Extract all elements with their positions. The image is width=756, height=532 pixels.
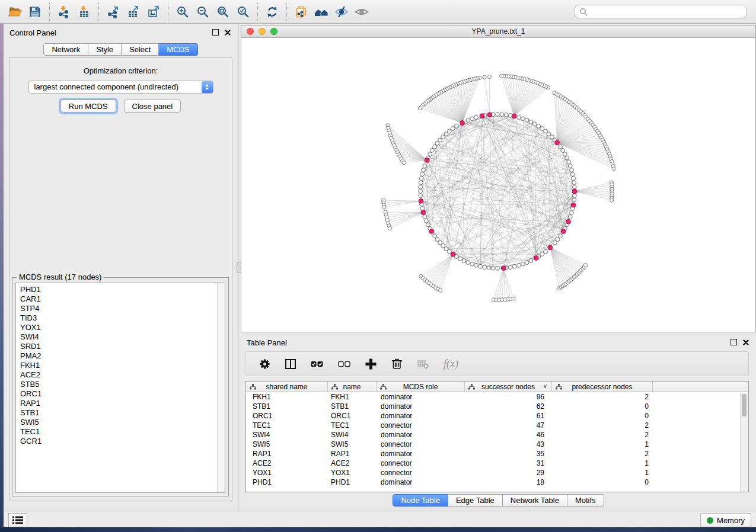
graph-node[interactable]	[570, 172, 575, 177]
optimization-criterion-select[interactable]: largest connected component (undirected)	[28, 81, 213, 94]
table-row[interactable]: RAP1RAP1dominator352	[246, 449, 748, 459]
graph-node[interactable]	[425, 219, 429, 223]
graph-node[interactable]	[474, 264, 479, 268]
zoom-fit-icon[interactable]	[213, 3, 233, 21]
network-canvas[interactable]	[241, 38, 755, 332]
graph-node[interactable]	[529, 120, 533, 124]
graph-hub-node[interactable]	[501, 266, 506, 271]
graph-node[interactable]	[544, 129, 548, 133]
network-graph[interactable]	[241, 38, 755, 332]
table-row[interactable]: FKH1FKH1dominator962	[246, 392, 748, 402]
graph-node[interactable]	[451, 127, 455, 131]
graph-node[interactable]	[382, 206, 386, 209]
hide-graphics-details-icon[interactable]	[331, 3, 352, 21]
table-scrollbar-thumb[interactable]	[742, 394, 747, 416]
graph-node[interactable]	[512, 297, 515, 300]
mcds-result-item[interactable]: TID3	[20, 313, 216, 323]
graph-node[interactable]	[568, 164, 572, 168]
mcds-result-item[interactable]: ACE2	[20, 370, 216, 380]
import-network-icon[interactable]	[54, 3, 74, 21]
mcds-result-item[interactable]: ORC1	[20, 389, 216, 399]
graph-node[interactable]	[525, 118, 529, 123]
close-window-button[interactable]	[247, 28, 254, 35]
graph-hub-node[interactable]	[480, 114, 484, 118]
graph-node[interactable]	[572, 181, 576, 185]
minimize-window-button[interactable]	[259, 28, 266, 35]
graph-node[interactable]	[533, 122, 537, 126]
close-panel-button[interactable]	[225, 30, 231, 36]
refresh-icon[interactable]	[262, 3, 282, 21]
graph-hub-node[interactable]	[566, 219, 571, 224]
graph-node[interactable]	[483, 75, 486, 79]
sort-chevron-icon[interactable]: ∨	[543, 383, 547, 389]
export-image-icon[interactable]	[143, 3, 164, 21]
graph-node[interactable]	[521, 117, 525, 121]
mcds-result-item[interactable]: FKH1	[20, 361, 216, 370]
graph-node[interactable]	[568, 215, 572, 219]
mcds-result-item[interactable]: STB5	[20, 380, 216, 389]
graph-node[interactable]	[508, 265, 512, 270]
graph-hub-node[interactable]	[451, 252, 455, 257]
mcds-result-item[interactable]: YOX1	[20, 323, 216, 332]
graph-hub-node[interactable]	[572, 189, 577, 194]
graph-node[interactable]	[504, 113, 508, 117]
column-header-name[interactable]: name	[328, 382, 377, 392]
graph-node[interactable]	[470, 117, 474, 121]
graph-hub-node[interactable]	[419, 198, 423, 203]
graph-node[interactable]	[419, 181, 423, 185]
settings-icon[interactable]	[259, 358, 270, 370]
graph-hub-node[interactable]	[460, 121, 465, 126]
close-table-panel-button[interactable]	[743, 339, 749, 345]
graph-node[interactable]	[474, 116, 479, 120]
column-header-mcds-role[interactable]: MCDS role	[377, 382, 465, 392]
table-row[interactable]: SWI4SWI4dominator462	[246, 430, 748, 440]
graph-node[interactable]	[563, 152, 567, 156]
graph-node[interactable]	[419, 194, 423, 198]
graph-node[interactable]	[438, 241, 442, 245]
zoom-out-icon[interactable]	[193, 3, 213, 21]
task-history-button[interactable]	[8, 513, 27, 527]
graph-node[interactable]	[458, 257, 462, 261]
graph-node[interactable]	[444, 132, 448, 136]
graph-node[interactable]	[540, 127, 544, 131]
graph-hub-node[interactable]	[425, 158, 429, 163]
graph-node[interactable]	[435, 142, 439, 146]
close-panel-button[interactable]: Close panel	[124, 100, 181, 113]
graph-node[interactable]	[572, 198, 576, 202]
zoom-window-button[interactable]	[270, 28, 277, 35]
column-header-successor-nodes[interactable]: successor nodes∨	[465, 382, 552, 392]
delete-table-icon[interactable]	[417, 359, 429, 369]
graph-node[interactable]	[540, 252, 544, 257]
float-panel-button[interactable]	[212, 29, 219, 36]
table-row[interactable]: SWI5SWI5connector431	[246, 440, 748, 449]
graph-node[interactable]	[466, 261, 470, 265]
tab-select[interactable]: Select	[122, 43, 159, 56]
graph-hub-node[interactable]	[512, 114, 516, 118]
graph-node[interactable]	[423, 164, 427, 168]
mcds-result-item[interactable]: SWI5	[20, 418, 216, 427]
graph-node[interactable]	[423, 215, 427, 219]
graph-node[interactable]	[441, 135, 445, 139]
graph-hub-node[interactable]	[534, 256, 538, 261]
column-header-shared-name[interactable]: shared name	[246, 382, 328, 392]
graph-node[interactable]	[402, 161, 406, 165]
table-row[interactable]: YOX1YOX1connector291	[246, 468, 748, 477]
tab-node-table[interactable]: Node Table	[393, 494, 448, 507]
graph-node[interactable]	[559, 234, 563, 238]
graph-node[interactable]	[556, 238, 560, 242]
graph-node[interactable]	[572, 185, 576, 189]
mcds-result-item[interactable]: CAR1	[20, 294, 216, 304]
graph-node[interactable]	[388, 226, 391, 230]
table-row[interactable]: TEC1TEC1connector472	[246, 421, 748, 430]
graph-node[interactable]	[433, 234, 437, 238]
graph-node[interactable]	[496, 267, 500, 271]
mcds-result-item[interactable]: GCR1	[20, 437, 216, 446]
memory-button[interactable]: Memory	[700, 513, 751, 527]
save-session-icon[interactable]	[25, 3, 45, 21]
graph-node[interactable]	[430, 148, 435, 152]
graph-node[interactable]	[433, 145, 437, 149]
graph-node[interactable]	[584, 264, 588, 267]
table-row[interactable]: ORC1ORC1dominator610	[246, 411, 748, 421]
graph-node[interactable]	[491, 266, 495, 270]
graph-hub-node[interactable]	[421, 210, 426, 215]
